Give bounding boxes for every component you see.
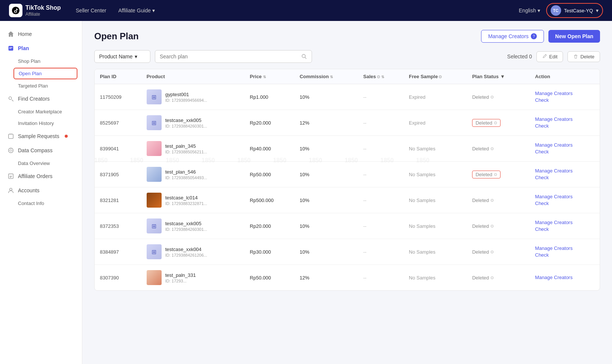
header-actions: Manage Creators ? New Open Plan [481,30,600,43]
selected-count: Selected 0 [507,53,532,59]
sidebar-item-targeted-plan[interactable]: Targeted Plan [0,80,82,92]
cell-sales: -- [358,110,404,136]
free-sample-status: No Samples [409,172,435,177]
new-open-plan-button[interactable]: New Open Plan [548,30,600,43]
table-header-row: Plan ID Product Price⇅ Commission⇅ Sales… [95,69,600,84]
free-sample-status: No Samples [409,249,435,255]
cell-free-sample: No Samples [404,213,467,239]
top-navbar: TikTok Shop Affiliate Seller Center Affi… [0,0,612,21]
cell-action: Manage CreatorsCheck [530,162,600,187]
data-table: Plan ID Product Price⇅ Commission⇅ Sales… [94,69,600,291]
plan-icon [7,45,14,52]
table-row: 8372353 ⊞ testcase_xxk005 ID: 1729388426… [95,213,600,239]
cell-product: ⊞ gyptest001 ID: 17293899456694... [141,84,245,110]
status-badge: Deleted ⊙ [472,198,494,203]
status-badge: Deleted ⊙ [472,94,494,100]
nav-seller-center[interactable]: Seller Center [76,7,107,13]
manage-creators-check-link[interactable]: Manage CreatorsCheck [535,194,572,206]
sidebar-item-accounts[interactable]: Accounts [0,183,82,198]
nav-affiliate-guide[interactable]: Affiliate Guide ▾ [118,7,155,13]
sidebar-item-shop-plan[interactable]: Shop Plan [0,55,82,67]
logo-area[interactable]: TikTok Shop Affiliate [9,4,61,17]
cell-commission: 10% [294,239,358,265]
manage-creators-check-link[interactable]: Manage CreatorsCheck [535,168,572,180]
col-product: Product [141,69,245,84]
svg-rect-1 [9,46,13,51]
sort-icon: ⇅ [263,75,266,79]
sidebar-item-contact-info[interactable]: Contact Info [0,198,82,209]
cell-plan-status: Deleted ⊙ [467,162,530,187]
sidebar-item-home[interactable]: Home [0,27,82,41]
manage-creators-check-link[interactable]: Manage CreatorsCheck [535,116,572,129]
sidebar-item-plan[interactable]: Plan [0,41,82,55]
cell-plan-id: 8372353 [95,213,141,239]
cell-action: Manage CreatorsCheck [530,239,600,265]
search-input[interactable] [160,53,298,59]
delete-button[interactable]: Delete [567,51,600,62]
cell-commission: 10% [294,162,358,187]
main-content: 1850185018501850185018501850185018501850… [82,21,612,364]
accounts-icon [7,187,14,194]
tiktok-logo-icon [9,4,22,17]
user-menu[interactable]: TC TestCase-YQ ▾ [546,3,603,18]
manage-creators-check-link[interactable]: Manage CreatorsCheck [535,245,572,258]
product-name: gyptest001 [165,92,207,97]
cell-commission: 12% [294,265,358,291]
product-id: ID: 17293899456694... [165,98,207,103]
cell-plan-id: 8321281 [95,187,141,213]
cell-sales: -- [358,162,404,187]
cell-price: Rp20.000 [245,213,294,239]
cell-product: ⊞ testcase_xxk005 ID: 17293884260301... [141,110,245,136]
cell-plan-status: Deleted ⊙ [467,110,530,136]
chevron-down-icon: ▾ [538,7,540,13]
sidebar-item-open-plan[interactable]: Open Plan [13,68,77,79]
manage-creators-check-link[interactable]: Manage CreatorsCheck [535,142,572,155]
cell-commission: 10% [294,84,358,110]
cell-product: ⊞ testcase_xxk004 ID: 17293884261206... [141,239,245,265]
sidebar-item-invitation-history[interactable]: Invitation History [0,117,82,129]
manage-creators-check-link[interactable]: Manage CreatorsCheck [535,220,572,232]
sidebar-item-sample-requests[interactable]: Sample Requests [0,129,82,143]
cell-commission: 12% [294,110,358,136]
col-plan-id: Plan ID [95,69,141,84]
cell-free-sample: Expired [404,84,467,110]
product-name: testcase_xxk005 [165,221,207,226]
cell-action: Manage CreatorsCheck [530,213,600,239]
cell-plan-id: 8384897 [95,239,141,265]
status-badge: Deleted ⊙ [472,171,501,178]
sidebar-item-affiliate-orders[interactable]: Affiliate Orders [0,169,82,183]
cell-plan-status: Deleted ⊙ [467,213,530,239]
free-sample-status: No Samples [409,146,435,152]
help-icon: ? [531,33,537,39]
manage-creators-button[interactable]: Manage Creators ? [481,30,544,43]
language-selector[interactable]: English ▾ [519,7,540,13]
cell-product: test_plan_546 ID: 17293885054493... [141,162,245,187]
filter-dropdown[interactable]: Product Name ▾ [94,50,150,63]
manage-creators-check-link[interactable]: Manage CreatorsCheck [535,91,572,103]
manage-creators-link[interactable]: Manage Creators [535,275,572,280]
sidebar-item-creator-marketplace[interactable]: Creator Marketplace [0,106,82,117]
col-action: Action [530,69,600,84]
cell-action: Manage CreatorsCheck [530,136,600,162]
sidebar-item-data-compass[interactable]: Data Compass [0,143,82,157]
nav-links: Seller Center Affiliate Guide ▾ [76,7,519,13]
cell-free-sample: No Samples [404,162,467,187]
filter-icon[interactable]: ▼ [500,74,505,79]
sidebar-item-find-creators[interactable]: Find Creators [0,92,82,106]
svg-point-4 [9,148,13,153]
cell-commission: 10% [294,213,358,239]
data-compass-icon [7,147,14,154]
cell-price: Rp50.000 [245,162,294,187]
col-commission[interactable]: Commission⇅ [294,69,358,84]
cell-plan-status: Deleted ⊙ [467,265,530,291]
chevron-down-icon: ▾ [135,53,137,59]
col-price[interactable]: Price⇅ [245,69,294,84]
product-name: test_plan_546 [165,169,207,175]
sidebar-item-data-overview[interactable]: Data Overview [0,157,82,169]
page-header: Open Plan Manage Creators ? New Open Pla… [94,30,600,43]
edit-button[interactable]: Edit [536,51,563,62]
sort-icon: ⇅ [330,75,333,79]
cell-plan-id: 8371905 [95,162,141,187]
avatar: TC [551,5,561,16]
username: TestCase-YQ [564,8,593,13]
